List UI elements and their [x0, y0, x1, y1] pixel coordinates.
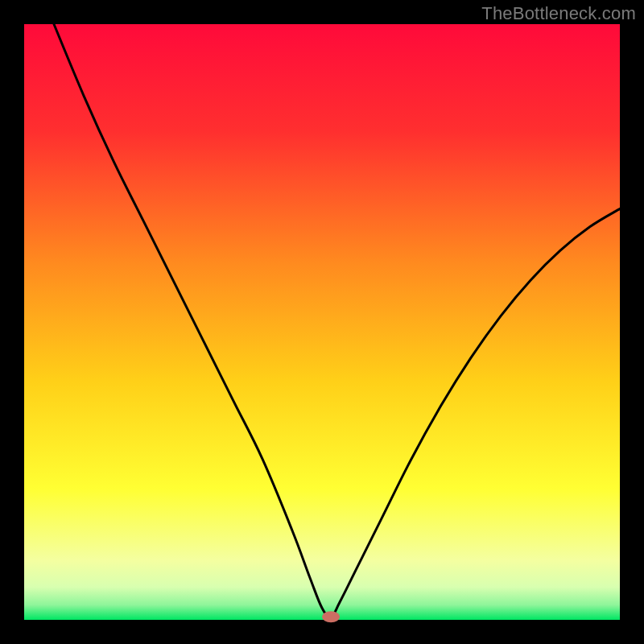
bottleneck-chart — [0, 0, 644, 644]
plot-background — [24, 24, 620, 620]
chart-frame: TheBottleneck.com — [0, 0, 644, 644]
watermark-text: TheBottleneck.com — [481, 3, 636, 24]
optimal-marker — [322, 611, 340, 622]
